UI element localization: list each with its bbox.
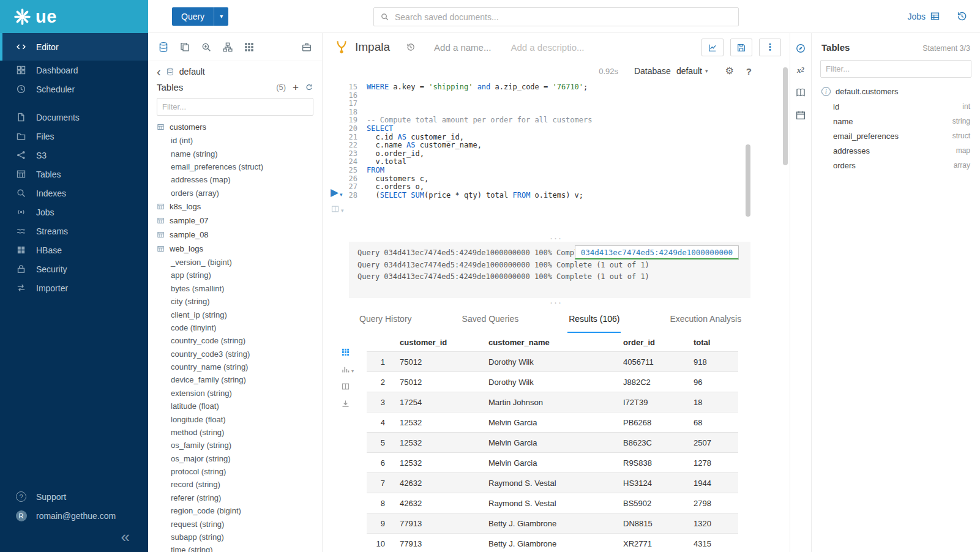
column-item[interactable]: country_name (string) [148,360,322,373]
query-dropdown-caret[interactable]: ▾ [214,7,228,26]
sidebar-item-documents[interactable]: Documents [0,108,148,127]
column-item[interactable]: id (int) [148,134,322,147]
panel-scrollbar[interactable] [783,67,788,165]
sidebar-item-s3[interactable]: S3 [0,146,148,165]
sidebar-item-editor[interactable]: Editor [0,33,148,61]
column-item[interactable]: os_major (string) [148,452,322,465]
column-item[interactable]: device_family (string) [148,373,322,386]
more-actions-button[interactable]: ⋮ [759,39,781,56]
chart-button[interactable] [701,39,724,56]
sidebar-item-importer[interactable]: Importer [0,278,148,297]
table-item-customers[interactable]: customers [148,120,322,134]
code-line[interactable]: o.order_id, [367,150,592,159]
table-item-k8s-logs[interactable]: k8s_logs [148,200,322,214]
result-row[interactable]: 412532Melvin GarciaPB626868 [367,412,738,433]
result-row[interactable]: 842632Raymond S. VestalBS59022798 [367,493,738,513]
column-item[interactable]: protocol (string) [148,465,322,478]
sitemap-icon[interactable] [222,42,233,53]
download-icon[interactable] [341,399,350,408]
database-select[interactable]: default ▾ [676,66,708,76]
tables-filter-input[interactable] [162,102,308,111]
code-line[interactable]: c.id AS customer_id, [367,133,592,142]
column-item[interactable]: email_preferences (struct) [148,160,322,173]
result-row[interactable]: 742632Raymond S. VestalHS31241944 [367,473,738,493]
column-item[interactable]: orders (array) [148,187,322,200]
databases-icon[interactable] [158,42,169,53]
history-button[interactable] [956,10,968,22]
column-item[interactable]: country_code3 (string) [148,348,322,360]
table-item-sample-07[interactable]: sample_07 [148,214,322,228]
tab-saved-queries[interactable]: Saved Queries [461,306,520,333]
sidebar-item-streams[interactable]: Streams [0,222,148,241]
column-item[interactable]: time (string) [148,543,322,552]
code-scrollbar[interactable] [746,144,750,217]
back-chevron-icon[interactable]: ‹ [157,68,161,75]
table-item-sample-08[interactable]: sample_08 [148,228,322,242]
sidebar-item-dashboard[interactable]: Dashboard [0,61,148,80]
new-query-label[interactable]: Query [172,7,214,26]
result-row[interactable]: 175012Dorothy Wilk4056711918 [367,352,738,372]
code-line[interactable]: c.orders o, [367,183,592,192]
column-item[interactable]: os_family (string) [148,439,322,452]
column-header-total[interactable]: total [689,333,738,352]
column-item[interactable]: code (tinyint) [148,321,322,334]
apps-icon[interactable] [244,42,255,53]
tab-execution-analysis[interactable]: Execution Analysis [668,306,742,333]
chart-view-icon[interactable]: ▾ [341,365,354,374]
collapse-sidebar-button[interactable]: « [121,530,130,543]
code-line[interactable]: WHERE a.key = 'shipping' and a.zip_code … [367,83,592,92]
sidebar-item-scheduler[interactable]: Scheduler [0,80,148,99]
column-item[interactable]: name (string) [148,147,322,160]
query-history-button[interactable] [406,42,416,52]
query-name-field[interactable]: Add a name... [434,42,491,53]
column-header-rownum[interactable] [367,333,395,352]
schedule-icon[interactable] [795,110,806,121]
resize-handle[interactable]: ··· [323,298,790,306]
query-id-tooltip[interactable]: 034d413ec7474ed5:4249de1000000000 [575,245,739,259]
column-item[interactable]: method (string) [148,426,322,439]
new-query-button[interactable]: Query ▾ [172,7,228,26]
column-item[interactable]: subapp (string) [148,531,322,543]
sidebar-item-indexes[interactable]: Indexes [0,184,148,203]
code-line[interactable]: SELECT [367,125,592,133]
column-item-name[interactable]: namestring [812,114,980,129]
code-content[interactable]: WHERE a.key = 'shipping' and a.zip_code … [362,83,592,234]
column-item[interactable]: _version_ (bigint) [148,256,322,269]
column-item[interactable]: referer (string) [148,491,322,504]
column-header-order-id[interactable]: order_id [618,333,689,352]
add-table-button[interactable]: + [293,84,299,91]
functions-icon[interactable]: x2 [797,65,804,75]
column-item[interactable]: addresses (map) [148,173,322,186]
column-item[interactable]: region_code (bigint) [148,504,322,517]
column-item-email-preferences[interactable]: email_preferencesstruct [812,129,980,143]
sidebar-item-security[interactable]: Security [0,259,148,278]
grid-view-icon[interactable] [341,348,350,357]
tab-query-history[interactable]: Query History [358,306,413,333]
column-item-orders[interactable]: ordersarray [812,158,980,173]
column-item[interactable]: record (string) [148,478,322,491]
column-item-id[interactable]: idint [812,99,980,114]
jobs-link[interactable]: Jobs [907,11,940,21]
result-row[interactable]: 512532Melvin GarciaB8623C2507 [367,433,738,453]
code-line[interactable]: FROM [367,166,592,175]
table-item-web-logs[interactable]: web_logs [148,242,322,256]
column-item[interactable]: extension (string) [148,387,322,400]
columns-view-icon[interactable] [341,382,350,391]
save-button[interactable] [730,39,752,56]
column-header-customer-name[interactable]: customer_name [484,333,618,352]
column-item[interactable]: app (string) [148,269,322,282]
tab-results-106[interactable]: Results (106) [567,306,621,333]
code-editor[interactable]: 1516171819202122232425262728 WHERE a.key… [323,81,790,234]
sidebar-item-tables[interactable]: Tables [0,165,148,184]
result-row[interactable]: 275012Dorothy WilkJ882C296 [367,372,738,392]
code-line[interactable] [367,92,592,100]
zoom-search-icon[interactable] [201,42,212,53]
column-item-addresses[interactable]: addressesmap [812,143,980,158]
assistant-icon[interactable] [795,43,806,54]
help-icon[interactable]: ? [746,66,752,76]
execute-button[interactable]: ▶ ▾ [331,187,343,198]
info-icon[interactable]: i [821,87,831,96]
sidebar-item-jobs[interactable]: Jobs [0,203,148,222]
right-filter-input[interactable] [826,64,966,73]
hue-logo[interactable]: ue [0,0,148,33]
